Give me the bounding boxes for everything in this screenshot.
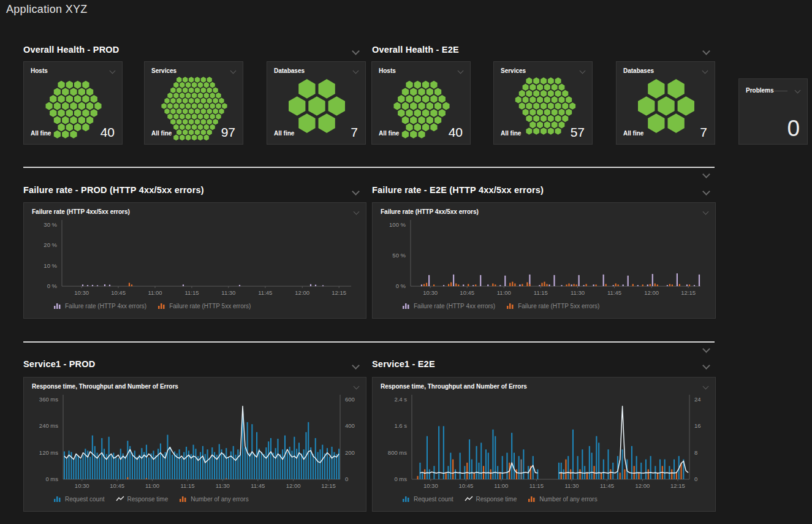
svg-text:11:00: 11:00: [145, 482, 159, 489]
svg-text:24: 24: [694, 396, 701, 403]
tile-status: All fine: [151, 130, 172, 137]
bars-icon: [506, 302, 515, 309]
tile-count: 97: [221, 125, 235, 140]
health-tile-prod-services[interactable]: ServicesAll fine97: [144, 61, 243, 145]
chevron-down-icon[interactable]: [702, 345, 710, 353]
svg-text:1.6 s: 1.6 s: [394, 422, 407, 429]
svg-text:0: 0: [694, 476, 697, 482]
bars-icon: [528, 495, 536, 503]
svg-text:11:00: 11:00: [494, 482, 508, 489]
legend-label: Request count: [65, 496, 105, 503]
chevron-down-icon[interactable]: [352, 188, 360, 196]
chart-title: Failure rate (HTTP 4xx/5xx errors): [381, 208, 479, 215]
tile-count: 7: [700, 125, 707, 140]
svg-text:10:45: 10:45: [460, 289, 474, 296]
chart-title: Response time, Throughput and Number of …: [32, 383, 178, 390]
tile-count: 40: [101, 125, 115, 140]
svg-text:800 ms: 800 ms: [388, 449, 407, 456]
legend-label: Failure rate (HTTP 4xx errors): [414, 303, 495, 309]
legend-label: Failure rate (HTTP 5xx errors): [169, 303, 251, 309]
svg-text:20 %: 20 %: [44, 241, 57, 248]
legend-item[interactable]: Number of any errors: [528, 495, 597, 503]
legend-item[interactable]: Failure rate (HTTP 4xx errors): [402, 302, 495, 309]
chevron-down-icon[interactable]: [702, 362, 710, 370]
problems-tile[interactable]: Problems 0: [738, 78, 808, 145]
svg-text:10:30: 10:30: [423, 482, 438, 489]
chart-tile-failure-rate-prod[interactable]: Failure rate (HTTP 4xx/5xx errors)0 %10 …: [23, 202, 366, 319]
tile-title: Hosts: [379, 67, 396, 74]
svg-text:200: 200: [345, 449, 355, 456]
tile-count: 40: [449, 125, 463, 140]
legend-label: Failure rate (HTTP 5xx errors): [518, 303, 599, 309]
section-divider: [23, 167, 715, 168]
svg-text:0 %: 0 %: [47, 283, 58, 289]
svg-text:50 %: 50 %: [392, 252, 406, 259]
svg-text:11:30: 11:30: [216, 482, 230, 489]
chevron-down-icon[interactable]: [702, 47, 710, 55]
section-header-failure-rate-prod: Failure rate - PROD (HTTP 4xx/5xx errors…: [23, 185, 204, 195]
chevron-down-icon[interactable]: [352, 362, 360, 370]
tile-count: 57: [571, 125, 585, 140]
svg-text:120 ms: 120 ms: [39, 449, 58, 456]
svg-text:11:15: 11:15: [184, 289, 199, 296]
chart-legend: Failure rate (HTTP 4xx errors)Failure ra…: [402, 302, 599, 309]
legend-item[interactable]: Response time: [465, 495, 517, 503]
chevron-down-icon[interactable]: [702, 188, 710, 196]
line-icon: [116, 495, 124, 503]
chart-tile-failure-rate-e2e[interactable]: Failure rate (HTTP 4xx/5xx errors)0 %50 …: [372, 202, 716, 319]
tile-title: Services: [151, 67, 176, 74]
bars-icon: [402, 302, 411, 309]
svg-text:16: 16: [694, 422, 701, 429]
svg-text:400: 400: [345, 422, 355, 429]
svg-text:10:30: 10:30: [74, 289, 89, 296]
line-icon: [465, 495, 473, 503]
legend-item[interactable]: Request count: [53, 495, 105, 503]
tile-status: All fine: [274, 130, 294, 137]
chart-tile-service1-prod[interactable]: Response time, Throughput and Number of …: [23, 377, 366, 512]
problems-count: 0: [787, 116, 800, 142]
service1-e2e-plot: 0 ms800 ms1.6 s2.4 s08162410:3010:4511:0…: [373, 378, 716, 512]
svg-text:100 %: 100 %: [389, 221, 406, 228]
sparkline-placeholder: [774, 91, 787, 91]
health-tile-e2e-services[interactable]: ServicesAll fine57: [493, 61, 593, 145]
health-tile-e2e-databases[interactable]: DatabasesAll fine7: [616, 61, 715, 145]
page-title: Application XYZ: [6, 3, 88, 16]
service1-prod-plot: 0 ms120 ms240 ms360 ms020040060010:3010:…: [24, 378, 367, 512]
chevron-down-icon[interactable]: [352, 47, 360, 55]
health-tile-e2e-hosts[interactable]: HostsAll fine40: [371, 61, 471, 145]
svg-text:0 ms: 0 ms: [45, 476, 58, 482]
chevron-down-icon[interactable]: [702, 170, 710, 178]
legend-item[interactable]: Number of any errors: [179, 495, 248, 503]
bars-icon: [157, 302, 166, 309]
section-header-overall-health-prod: Overall Health - PROD: [23, 45, 120, 55]
svg-text:11:30: 11:30: [571, 289, 585, 296]
health-tile-prod-databases[interactable]: DatabasesAll fine7: [267, 61, 366, 145]
tile-title: Databases: [274, 67, 305, 74]
svg-text:11:45: 11:45: [607, 289, 621, 296]
tile-status: All fine: [31, 130, 51, 137]
tile-count: 7: [351, 125, 358, 140]
health-tile-prod-hosts[interactable]: HostsAll fine40: [23, 61, 123, 145]
tile-title: Problems: [746, 87, 774, 94]
legend-item[interactable]: Request count: [402, 495, 453, 503]
chart-tile-service1-e2e[interactable]: Response time, Throughput and Number of …: [372, 377, 716, 512]
legend-item[interactable]: Response time: [116, 495, 169, 503]
legend-item[interactable]: Failure rate (HTTP 5xx errors): [157, 302, 251, 309]
tile-title: Databases: [623, 67, 654, 74]
legend-label: Failure rate (HTTP 4xx errors): [65, 303, 146, 309]
svg-text:11:45: 11:45: [600, 482, 614, 489]
legend-item[interactable]: Failure rate (HTTP 5xx errors): [506, 302, 599, 309]
bars-icon: [402, 495, 411, 503]
svg-text:10:45: 10:45: [111, 289, 126, 296]
svg-text:10:45: 10:45: [110, 482, 124, 489]
svg-text:10:45: 10:45: [458, 482, 473, 489]
bars-icon: [53, 495, 62, 503]
section-header-service1-e2e: Service1 - E2E: [372, 359, 435, 369]
tile-title: Services: [501, 67, 526, 74]
svg-text:12:15: 12:15: [670, 482, 685, 489]
svg-text:0 ms: 0 ms: [394, 476, 407, 482]
chevron-down-icon[interactable]: [795, 88, 801, 94]
svg-text:11:00: 11:00: [497, 289, 511, 296]
chart-legend: Request countResponse timeNumber of any …: [53, 495, 249, 503]
legend-item[interactable]: Failure rate (HTTP 4xx errors): [53, 302, 146, 309]
